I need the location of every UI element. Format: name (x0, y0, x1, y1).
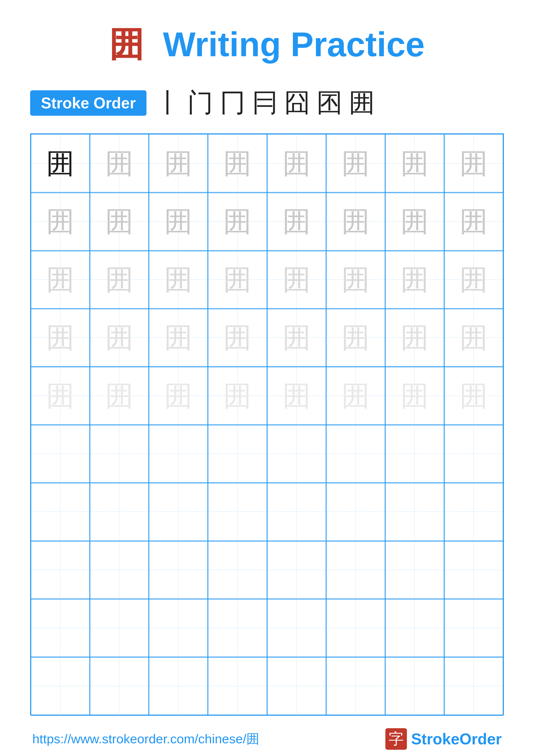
grid-cell-r1c5[interactable]: 囲 (267, 134, 326, 193)
practice-char: 囲 (401, 324, 429, 352)
grid-cell-r8c7[interactable] (385, 540, 444, 600)
grid-cell-r1c7[interactable]: 囲 (385, 134, 444, 193)
grid-cell-r2c1[interactable]: 囲 (31, 192, 90, 251)
grid-cell-r4c8[interactable]: 囲 (444, 308, 503, 367)
grid-cell-r8c8[interactable] (444, 540, 503, 600)
grid-cell-r10c4[interactable] (208, 657, 267, 716)
grid-cell-r3c6[interactable]: 囲 (326, 250, 385, 309)
grid-cell-r9c8[interactable] (444, 599, 503, 658)
grid-cell-r9c4[interactable] (208, 599, 267, 658)
grid-cell-r3c7[interactable]: 囲 (385, 250, 444, 309)
grid-cell-r9c7[interactable] (385, 599, 444, 658)
grid-cell-r5c4[interactable]: 囲 (208, 366, 267, 425)
practice-char: 囲 (105, 382, 133, 410)
grid-cell-r6c8[interactable] (444, 424, 503, 483)
grid-cell-r1c3[interactable]: 囲 (149, 134, 208, 193)
grid-cell-r6c6[interactable] (326, 424, 385, 483)
grid-cell-r1c4[interactable]: 囲 (208, 134, 267, 193)
grid-cell-r9c6[interactable] (326, 599, 385, 658)
grid-cell-r9c1[interactable] (31, 599, 90, 658)
grid-cell-r6c5[interactable] (267, 424, 326, 483)
grid-cell-r4c3[interactable]: 囲 (149, 308, 208, 367)
practice-char: 囲 (460, 207, 488, 235)
title-label: Writing Practice (163, 25, 424, 64)
grid-cell-r9c3[interactable] (149, 599, 208, 658)
grid-cell-r2c4[interactable]: 囲 (208, 192, 267, 251)
practice-char: 囲 (223, 207, 251, 235)
stroke-sequence: 丨 门 冂 冃 囧 囨 囲 (155, 85, 377, 121)
grid-cell-r3c5[interactable]: 囲 (267, 250, 326, 309)
grid-cell-r2c8[interactable]: 囲 (444, 192, 503, 251)
grid-cell-r5c2[interactable]: 囲 (90, 366, 149, 425)
grid-cell-r7c8[interactable] (444, 482, 503, 541)
grid-cell-r8c5[interactable] (267, 540, 326, 600)
practice-char: 囲 (165, 382, 192, 410)
grid-cell-r1c2[interactable]: 囲 (90, 134, 149, 193)
grid-cell-r6c7[interactable] (385, 424, 444, 483)
grid-cell-r4c2[interactable]: 囲 (90, 308, 149, 367)
grid-cell-r3c8[interactable]: 囲 (444, 250, 503, 309)
stroke-3: 冂 (220, 85, 248, 121)
grid-cell-r8c4[interactable] (208, 540, 267, 600)
grid-cell-r6c3[interactable] (149, 424, 208, 483)
grid-cell-r4c4[interactable]: 囲 (208, 308, 267, 367)
grid-cell-r2c2[interactable]: 囲 (90, 192, 149, 251)
grid-cell-r6c1[interactable] (31, 424, 90, 483)
stroke-2: 门 (188, 85, 216, 121)
grid-cell-r1c8[interactable]: 囲 (444, 134, 503, 193)
grid-cell-r10c2[interactable] (90, 657, 149, 716)
practice-char: 囲 (223, 382, 251, 410)
grid-cell-r2c7[interactable]: 囲 (385, 192, 444, 251)
grid-cell-r2c5[interactable]: 囲 (267, 192, 326, 251)
grid-cell-r7c7[interactable] (385, 482, 444, 541)
grid-cell-r2c6[interactable]: 囲 (326, 192, 385, 251)
grid-cell-r10c7[interactable] (385, 657, 444, 716)
grid-cell-r4c6[interactable]: 囲 (326, 308, 385, 367)
grid-cell-r5c3[interactable]: 囲 (149, 366, 208, 425)
grid-cell-r7c3[interactable] (149, 482, 208, 541)
grid-cell-r8c3[interactable] (149, 540, 208, 600)
grid-cell-r8c2[interactable] (90, 540, 149, 600)
grid-cell-r5c1[interactable]: 囲 (31, 366, 90, 425)
grid-cell-r7c4[interactable] (208, 482, 267, 541)
grid-cell-r4c5[interactable]: 囲 (267, 308, 326, 367)
grid-cell-r9c2[interactable] (90, 599, 149, 658)
grid-cell-r10c5[interactable] (267, 657, 326, 716)
grid-cell-r8c6[interactable] (326, 540, 385, 600)
grid-cell-r10c8[interactable] (444, 657, 503, 716)
grid-cell-r7c6[interactable] (326, 482, 385, 541)
grid-cell-r6c4[interactable] (208, 424, 267, 483)
grid-cell-r3c3[interactable]: 囲 (149, 250, 208, 309)
grid-cell-r9c5[interactable] (267, 599, 326, 658)
grid-cell-r1c6[interactable]: 囲 (326, 134, 385, 193)
grid-cell-r5c7[interactable]: 囲 (385, 366, 444, 425)
grid-cell-r5c5[interactable]: 囲 (267, 366, 326, 425)
practice-char: 囲 (46, 207, 74, 235)
grid-cell-r6c2[interactable] (90, 424, 149, 483)
stroke-6: 囨 (317, 85, 345, 121)
grid-cell-r3c4[interactable]: 囲 (208, 250, 267, 309)
footer-url: https://www.strokeorder.com/chinese/囲 (32, 730, 259, 748)
grid-cell-r3c2[interactable]: 囲 (90, 250, 149, 309)
grid-cell-r2c3[interactable]: 囲 (149, 192, 208, 251)
grid-cell-r10c6[interactable] (326, 657, 385, 716)
practice-char: 囲 (342, 266, 369, 294)
practice-char: 囲 (223, 324, 251, 352)
grid-cell-r7c5[interactable] (267, 482, 326, 541)
practice-char: 囲 (401, 382, 429, 410)
grid-cell-r10c1[interactable] (31, 657, 90, 716)
grid-cell-r8c1[interactable] (31, 540, 90, 600)
grid-cell-r5c8[interactable]: 囲 (444, 366, 503, 425)
grid-cell-r5c6[interactable]: 囲 (326, 366, 385, 425)
practice-char: 囲 (283, 324, 311, 352)
practice-char: 囲 (342, 207, 369, 235)
grid-cell-r4c1[interactable]: 囲 (31, 308, 90, 367)
grid-cell-r1c1[interactable]: 囲 (31, 134, 90, 193)
practice-grid[interactable]: 囲 囲 囲 囲 囲 囲 囲 囲 囲 囲 囲 (30, 133, 504, 715)
grid-cell-r7c1[interactable] (31, 482, 90, 541)
grid-cell-r4c7[interactable]: 囲 (385, 308, 444, 367)
grid-cell-r10c3[interactable] (149, 657, 208, 716)
grid-cell-r7c2[interactable] (90, 482, 149, 541)
grid-cell-r3c1[interactable]: 囲 (31, 250, 90, 309)
stroke-1: 丨 (155, 85, 183, 121)
